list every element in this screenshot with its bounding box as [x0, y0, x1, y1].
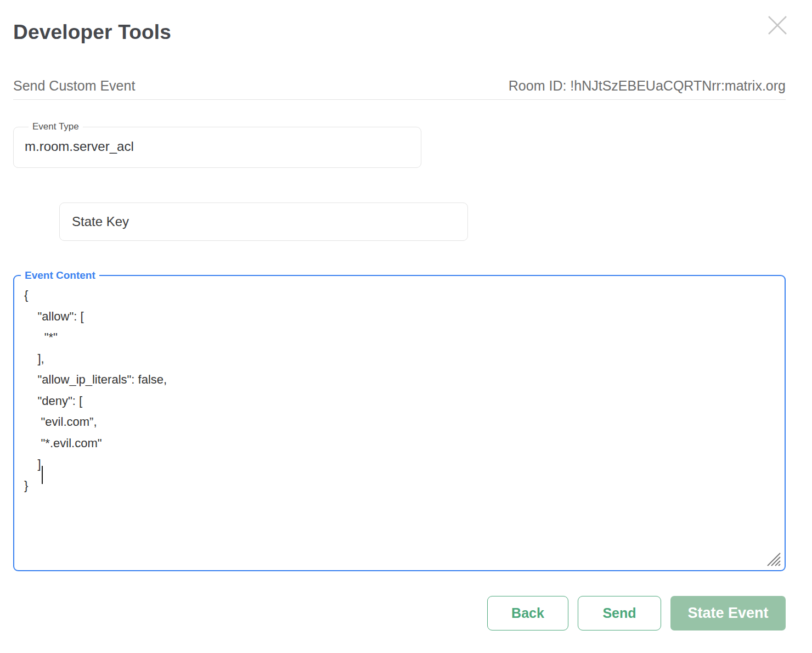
event-content-textarea[interactable]: { "allow": [ "*" ], "allow_ip_literals":…	[16, 282, 782, 559]
close-button[interactable]	[766, 14, 789, 37]
text-cursor	[42, 466, 43, 484]
dialog-actions: Back Send State Event	[13, 596, 786, 631]
developer-tools-dialog: Developer Tools Send Custom Event Room I…	[0, 0, 812, 653]
resize-handle-icon[interactable]	[766, 552, 781, 566]
state-event-button[interactable]: State Event	[670, 596, 786, 631]
event-type-label: Event Type	[29, 121, 83, 132]
state-key-input[interactable]	[59, 202, 468, 241]
send-button[interactable]: Send	[578, 596, 661, 631]
event-type-input[interactable]	[25, 139, 410, 154]
dialog-header: Send Custom Event Room ID: !hNJtSzEBEUaC…	[13, 78, 786, 100]
page-title: Developer Tools	[13, 0, 786, 44]
section-title: Send Custom Event	[13, 78, 135, 94]
close-icon	[766, 30, 788, 38]
event-content-field: Event Content { "allow": [ "*" ], "allow…	[13, 269, 786, 571]
back-button[interactable]: Back	[487, 596, 568, 631]
event-type-field: Event Type	[13, 121, 421, 168]
event-content-label: Event Content	[21, 269, 99, 282]
room-id-label: Room ID: !hNJtSzEBEUaCQRTNrr:matrix.org	[509, 78, 786, 94]
